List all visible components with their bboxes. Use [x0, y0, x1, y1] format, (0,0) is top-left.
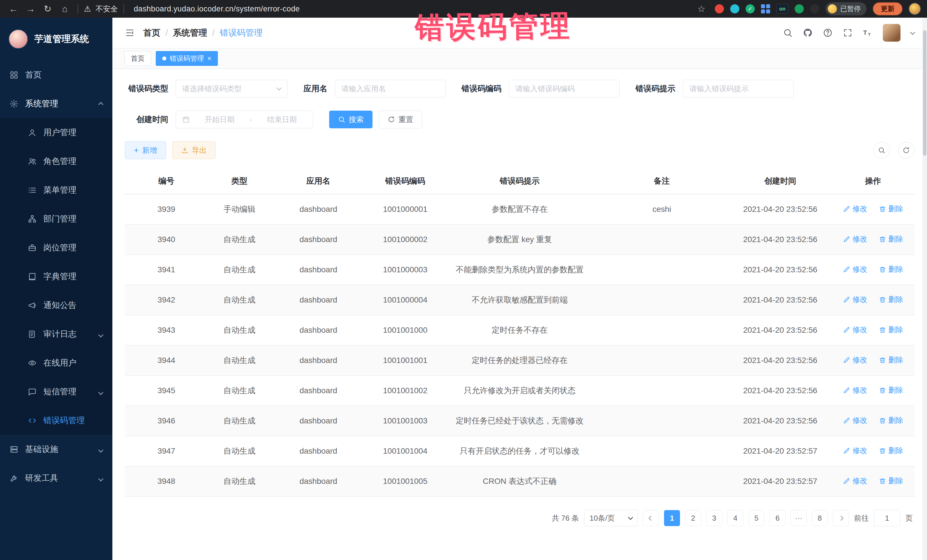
home-icon[interactable]: ⌂: [58, 2, 72, 16]
refresh-table-button[interactable]: [898, 142, 915, 159]
sidebar-item-online-users[interactable]: 在线用户: [0, 348, 112, 377]
reload-icon[interactable]: ↻: [41, 2, 55, 16]
prev-page-button[interactable]: [643, 510, 659, 526]
sidebar-item-users[interactable]: 用户管理: [0, 118, 112, 147]
export-button[interactable]: 导出: [172, 141, 216, 159]
edit-pencil-icon: [843, 266, 850, 273]
delete-link[interactable]: 删除: [879, 325, 903, 335]
delete-link[interactable]: 删除: [879, 416, 903, 425]
tab-home[interactable]: 首页: [125, 51, 151, 66]
sidebar-item-departments[interactable]: 部门管理: [0, 205, 112, 233]
date-range-picker[interactable]: 开始日期 - 结束日期: [176, 111, 313, 128]
edit-link[interactable]: 修改: [843, 325, 868, 335]
edit-link[interactable]: 修改: [843, 234, 868, 244]
breadcrumb-system[interactable]: 系统管理: [173, 27, 207, 39]
help-icon[interactable]: [823, 28, 833, 38]
sidebar-item-error-code[interactable]: 错误码管理: [0, 406, 112, 435]
page-button-2[interactable]: 2: [685, 510, 701, 526]
sidebar-item-dictionary[interactable]: 字典管理: [0, 262, 112, 291]
browser-scrollbar[interactable]: [922, 18, 927, 560]
delete-link[interactable]: 删除: [879, 385, 903, 395]
delete-link[interactable]: 删除: [879, 294, 903, 305]
fullscreen-icon[interactable]: [843, 28, 853, 38]
delete-link[interactable]: 删除: [879, 446, 903, 456]
sidebar-item-sms[interactable]: 短信管理: [0, 377, 112, 406]
back-icon[interactable]: ←: [6, 2, 21, 16]
scrollbar-thumb[interactable]: [923, 30, 926, 156]
bookmark-star-icon[interactable]: ☆: [694, 2, 708, 16]
error-msg-input[interactable]: [683, 80, 793, 97]
edit-link[interactable]: 修改: [843, 204, 868, 214]
page-button-5[interactable]: 5: [748, 510, 764, 526]
github-icon[interactable]: [803, 28, 813, 38]
sidebar-item-system[interactable]: 系统管理: [0, 89, 112, 118]
extension-check-icon[interactable]: ✓: [746, 4, 755, 14]
page-button-1[interactable]: 1: [664, 510, 680, 526]
user-avatar[interactable]: [883, 24, 900, 42]
edit-link[interactable]: 修改: [843, 264, 868, 274]
sidebar-item-infrastructure[interactable]: 基础设施: [0, 435, 112, 464]
sidebar-item-home[interactable]: 首页: [0, 61, 112, 89]
extension-teal-icon[interactable]: [730, 4, 739, 14]
extension-green-icon[interactable]: [795, 4, 804, 14]
edit-link[interactable]: 修改: [843, 355, 868, 365]
paused-chip[interactable]: 已暂停: [825, 2, 866, 15]
page-button-4[interactable]: 4: [727, 510, 743, 526]
sidebar-item-menus[interactable]: 菜单管理: [0, 176, 112, 205]
close-tab-icon[interactable]: ×: [207, 55, 211, 62]
cell-type: 自动生成: [208, 466, 271, 496]
add-button[interactable]: + 新增: [125, 141, 166, 159]
page-button-6[interactable]: 6: [769, 510, 786, 526]
delete-link[interactable]: 删除: [879, 476, 903, 486]
browser-avatar[interactable]: [909, 3, 921, 15]
edit-link[interactable]: 修改: [843, 446, 868, 456]
extension-red-icon[interactable]: [715, 4, 724, 14]
forward-icon[interactable]: →: [23, 2, 38, 16]
search-button[interactable]: 搜索: [329, 111, 372, 128]
more-pages-button[interactable]: ···: [791, 510, 807, 526]
cell-msg: 只允许修改为开启或者关闭状态: [445, 375, 595, 406]
edit-pencil-icon: [843, 326, 850, 334]
app-name-input[interactable]: [335, 80, 445, 97]
cell-code: 1001000004: [366, 285, 445, 315]
sidebar-item-audit-log[interactable]: 审计日志: [0, 320, 112, 348]
delete-link[interactable]: 删除: [879, 264, 903, 274]
update-button[interactable]: 更新: [873, 2, 903, 15]
sidebar-item-dev-tools[interactable]: 研发工具: [0, 464, 112, 492]
error-code-input[interactable]: [509, 80, 620, 97]
page-button-8[interactable]: 8: [812, 510, 828, 526]
tab-error-code[interactable]: 错误码管理 ×: [156, 51, 218, 66]
extension-grid-icon[interactable]: [761, 4, 770, 14]
edit-link[interactable]: 修改: [843, 416, 868, 425]
sidebar-item-roles[interactable]: 角色管理: [0, 147, 112, 176]
delete-link[interactable]: 删除: [879, 204, 903, 214]
edit-link[interactable]: 修改: [843, 385, 868, 395]
reset-button[interactable]: 重置: [379, 111, 422, 128]
goto-page-input[interactable]: [874, 510, 900, 527]
next-page-button[interactable]: [833, 510, 849, 526]
sidebar-item-notices[interactable]: 通知公告: [0, 291, 112, 320]
sidebar-item-posts[interactable]: 岗位管理: [0, 233, 112, 262]
search-icon[interactable]: [783, 28, 793, 38]
app-logo[interactable]: 芋道管理系统: [0, 18, 112, 61]
breadcrumb-home[interactable]: 首页: [143, 27, 160, 39]
extension-on-badge-icon[interactable]: on: [777, 4, 789, 14]
collapse-sidebar-icon[interactable]: [125, 28, 135, 38]
table-toolbar: + 新增 导出: [125, 141, 915, 159]
caret-down-icon[interactable]: [911, 30, 915, 35]
font-size-icon[interactable]: TT: [863, 28, 872, 38]
delete-link-label: 删除: [889, 355, 903, 365]
extension-dark-icon[interactable]: [810, 4, 819, 14]
edit-link[interactable]: 修改: [843, 294, 868, 305]
edit-link-label: 修改: [853, 355, 868, 365]
address-bar-url[interactable]: dashboard.yudao.iocoder.cn/system/error-…: [134, 5, 300, 14]
page-size-select[interactable]: 10条/页: [584, 510, 638, 527]
edit-link[interactable]: 修改: [843, 476, 868, 486]
sms-message-icon: [28, 387, 36, 396]
page-button-3[interactable]: 3: [706, 510, 722, 526]
delete-link[interactable]: 删除: [879, 355, 903, 365]
error-type-select[interactable]: 请选择错误码类型: [176, 80, 287, 97]
toggle-search-button[interactable]: [873, 142, 890, 159]
delete-link-label: 删除: [889, 325, 903, 335]
delete-link[interactable]: 删除: [879, 234, 903, 244]
